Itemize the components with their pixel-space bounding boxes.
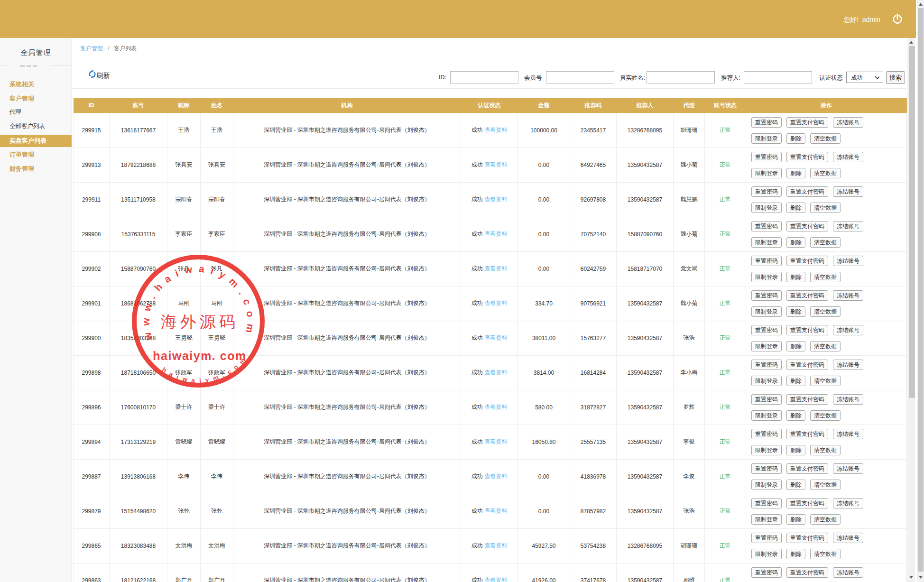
- svg-text:haiwaiym. com: haiwaiym. com: [153, 349, 246, 362]
- svg-text:海外源码: 海外源码: [161, 313, 239, 331]
